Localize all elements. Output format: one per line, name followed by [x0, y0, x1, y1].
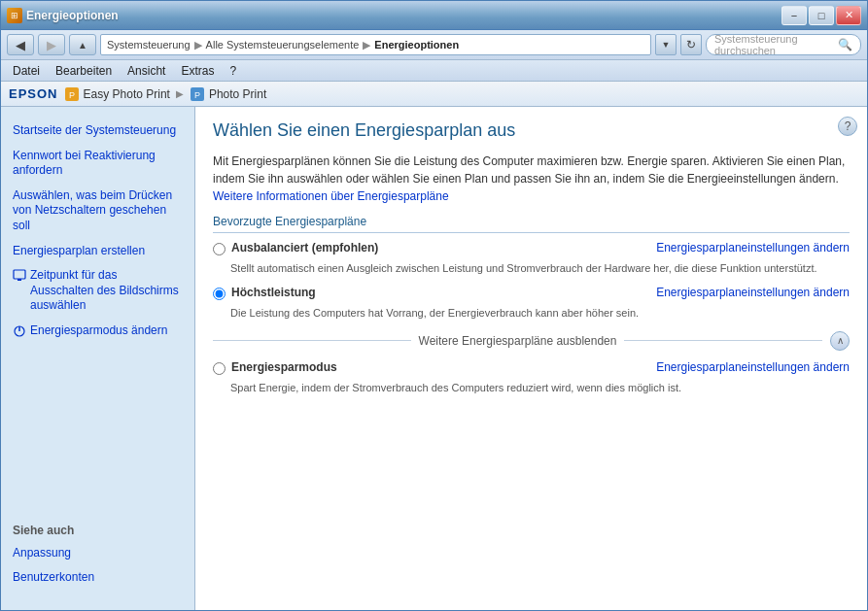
sidebar-link-netzschalter[interactable]: Auswählen, was beim Drücken von Netzscha… [1, 184, 194, 239]
breadcrumb-energieoptionen: Energieoptionen [374, 39, 459, 51]
plan-ausbalanciert: Ausbalanciert (empfohlen) Energiesparpla… [213, 241, 850, 276]
preferred-section-header: Bevorzugte Energiesparpläne [213, 215, 850, 233]
plan-energiesparmodus: Energiesparmodus Energiesparplaneinstell… [213, 360, 850, 395]
forward-button[interactable]: ▶ [38, 34, 65, 55]
navigation-row: ◀ ▶ ▲ Systemsteuerung ▶ Alle Systemsteue… [7, 34, 861, 55]
menu-datei[interactable]: Datei [5, 62, 48, 80]
radio-ausbalanciert[interactable] [213, 243, 226, 255]
plan-hoechstleistung-label: Höchstleistung [231, 286, 316, 299]
easy-photo-print-label: Easy Photo Print [84, 87, 170, 101]
easy-photo-print-icon: P [64, 86, 80, 102]
menu-help[interactable]: ? [222, 62, 244, 80]
sidebar-bottom: Siehe auch Anpassung Benutzerkonten [1, 516, 194, 598]
plan-energiesparmodus-row: Energiesparmodus Energiesparplaneinstell… [213, 360, 850, 375]
intro-link[interactable]: Weitere Informationen über Energiesparpl… [213, 189, 449, 203]
address-dropdown[interactable]: ▼ [655, 34, 677, 55]
radio-hoechstleistung[interactable] [213, 288, 226, 300]
menu-bar: Datei Bearbeiten Ansicht Extras ? [1, 60, 867, 82]
sidebar-link-bildschirm[interactable]: Zeitpunkt für das Ausschalten des Bildsc… [1, 263, 194, 319]
breadcrumb-systemsteuerung: Systemsteuerung [107, 39, 191, 51]
easy-photo-print-item[interactable]: P Easy Photo Print [64, 86, 170, 102]
breadcrumb-sep-1: ▶ [194, 39, 202, 51]
main-layout: Startseite der Systemsteuerung Kennwort … [1, 107, 867, 610]
search-box[interactable]: Systemsteuerung durchsuchen 🔍 [706, 34, 861, 55]
collapse-button[interactable]: ∧ [830, 331, 850, 351]
menu-bearbeiten[interactable]: Bearbeiten [48, 62, 120, 80]
sidebar-link-energiesparmodus[interactable]: Energiesparmodus ändern [1, 319, 194, 344]
plan-hoechstleistung-left: Höchstleistung [213, 286, 656, 300]
plan-energiesparmodus-label: Energiesparmodus [231, 360, 337, 374]
svg-rect-5 [17, 279, 21, 281]
svg-text:P: P [194, 90, 200, 100]
intro-text: Mit Energiesparplänen können Sie die Lei… [213, 153, 850, 205]
radio-energiesparmodus[interactable] [213, 362, 226, 375]
intro-text-content: Mit Energiesparplänen können Sie die Lei… [213, 154, 845, 186]
sidebar-link-benutzerkonten[interactable]: Benutzerkonten [13, 565, 183, 591]
sidebar: Startseite der Systemsteuerung Kennwort … [1, 107, 195, 610]
photo-print-label: Photo Print [209, 87, 266, 101]
sidebar-link-startseite[interactable]: Startseite der Systemsteuerung [1, 119, 194, 144]
up-button[interactable]: ▲ [69, 34, 96, 55]
sidebar-link-erstellen[interactable]: Energiesparplan erstellen [1, 239, 194, 264]
sidebar-link-energiesparmodus-text: Energiesparmodus ändern [30, 323, 167, 339]
menu-ansicht[interactable]: Ansicht [120, 62, 173, 80]
plan-hoechstleistung-link[interactable]: Energiesparplaneinstellungen ändern [656, 286, 850, 299]
address-bar-area: ◀ ▶ ▲ Systemsteuerung ▶ Alle Systemsteue… [1, 30, 867, 60]
page-title: Wählen Sie einen Energiesparplan aus [213, 120, 850, 141]
photo-print-icon: P [190, 86, 205, 102]
window-icon: ⊞ [7, 8, 22, 23]
plan-energiesparmodus-link[interactable]: Energiesparplaneinstellungen ändern [656, 360, 850, 374]
plan-ausbalanciert-left: Ausbalanciert (empfohlen) [213, 241, 656, 255]
power-icon [13, 324, 26, 338]
epson-toolbar: EPSON P Easy Photo Print ▶ P Photo Print [1, 82, 867, 107]
monitor-icon [13, 269, 26, 283]
back-button[interactable]: ◀ [7, 34, 34, 55]
menu-extras[interactable]: Extras [173, 62, 222, 80]
plan-energiesparmodus-left: Energiesparmodus [213, 360, 656, 375]
plan-ausbalanciert-label: Ausbalanciert (empfohlen) [231, 241, 378, 255]
search-icon: 🔍 [838, 38, 852, 51]
title-bar-controls: − □ ✕ [781, 6, 861, 25]
epson-logo: EPSON [9, 86, 58, 101]
divider-line-left [213, 340, 411, 341]
more-plans-label: Weitere Energiesparpläne ausblenden [419, 334, 617, 348]
title-bar: ⊞ Energieoptionen − □ ✕ [1, 1, 867, 30]
sidebar-link-anpassung[interactable]: Anpassung [13, 541, 183, 566]
plan-hoechstleistung: Höchstleistung Energiesparplaneinstellun… [213, 286, 850, 321]
sidebar-link-kennwort[interactable]: Kennwort bei Reaktivierung anfordern [1, 144, 194, 184]
address-box[interactable]: Systemsteuerung ▶ Alle Systemsteuerungse… [100, 34, 651, 55]
plan-ausbalanciert-link[interactable]: Energiesparplaneinstellungen ändern [656, 241, 850, 255]
photo-print-item[interactable]: P Photo Print [190, 86, 266, 102]
sidebar-section-main: Startseite der Systemsteuerung Kennwort … [1, 119, 194, 344]
minimize-button[interactable]: − [781, 6, 807, 25]
breadcrumb-alle: Alle Systemsteuerungselemente [206, 39, 360, 51]
help-button[interactable]: ? [838, 117, 857, 136]
see-also-label: Siehe auch [13, 524, 183, 537]
plan-ausbalanciert-desc: Stellt automatisch einen Ausgleich zwisc… [230, 261, 850, 276]
plan-hoechstleistung-row: Höchstleistung Energiesparplaneinstellun… [213, 286, 850, 300]
breadcrumb-sep-2: ▶ [363, 39, 370, 51]
plan-energiesparmodus-desc: Spart Energie, indem der Stromverbrauch … [230, 381, 850, 395]
svg-text:P: P [69, 90, 75, 100]
maximize-button[interactable]: □ [809, 6, 834, 25]
plan-ausbalanciert-row: Ausbalanciert (empfohlen) Energiesparpla… [213, 241, 850, 255]
svg-rect-4 [14, 270, 25, 279]
refresh-button[interactable]: ↻ [680, 34, 702, 55]
toolbar-separator-arrow: ▶ [176, 88, 184, 99]
divider-line-right [624, 340, 822, 341]
sidebar-link-bildschirm-text: Zeitpunkt für das Ausschalten des Bildsc… [30, 268, 183, 314]
close-button[interactable]: ✕ [836, 6, 861, 25]
window-title: Energieoptionen [26, 9, 119, 22]
title-bar-left: ⊞ Energieoptionen [7, 8, 119, 23]
search-placeholder: Systemsteuerung durchsuchen [714, 33, 838, 56]
main-window: ⊞ Energieoptionen − □ ✕ ◀ ▶ ▲ Systemsteu… [0, 0, 868, 611]
plan-hoechstleistung-desc: Die Leistung des Computers hat Vorrang, … [230, 306, 850, 321]
more-plans-divider: Weitere Energiesparpläne ausblenden ∧ [213, 331, 850, 351]
content-area: ? Wählen Sie einen Energiesparplan aus M… [195, 107, 867, 610]
